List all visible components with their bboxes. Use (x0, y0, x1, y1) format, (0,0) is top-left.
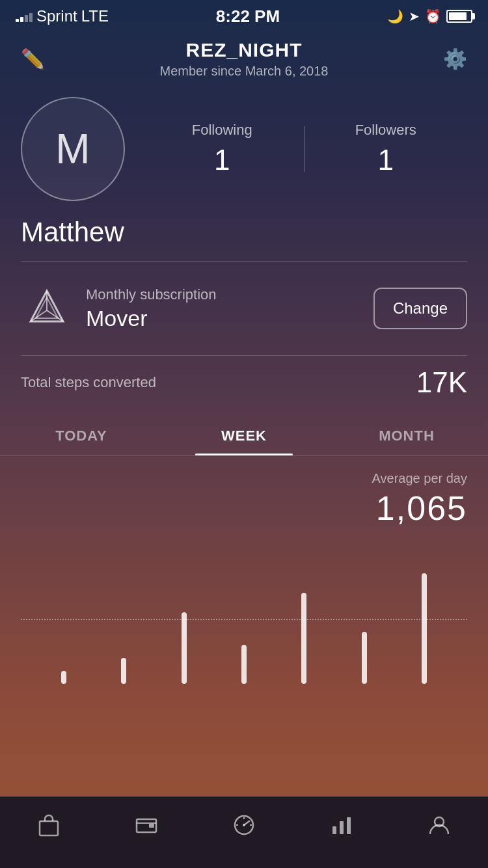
wallet-icon (135, 813, 158, 842)
avatar: M (21, 97, 125, 201)
signal-bar-3 (25, 15, 28, 22)
followers-label: Followers (305, 122, 468, 139)
svg-rect-15 (332, 826, 336, 834)
nav-profile[interactable] (417, 808, 461, 847)
status-bar: Sprint LTE 8:22 PM 🌙 ➤ ⏰ (0, 0, 488, 29)
tab-today[interactable]: TODAY (0, 414, 163, 455)
subscription-icon (21, 282, 73, 334)
profile-header: ✏️ REZ_NIGHT Member since March 6, 2018 … (0, 29, 488, 84)
profile-section: M Following 1 Followers 1 (0, 84, 488, 211)
avg-per-day-value: 1,065 (21, 489, 467, 528)
location-icon: ➤ (409, 8, 420, 24)
status-left: Sprint LTE (16, 7, 109, 25)
status-right: 🌙 ➤ ⏰ (387, 8, 472, 24)
tab-month[interactable]: MONTH (325, 414, 488, 455)
svg-rect-7 (149, 824, 154, 828)
chart-bar-2 (121, 658, 126, 684)
svg-rect-16 (340, 821, 344, 834)
battery-fill (449, 12, 467, 20)
following-stat[interactable]: Following 1 (141, 122, 304, 176)
chart-bar-1 (61, 671, 66, 684)
status-time: 8:22 PM (216, 7, 280, 27)
moon-icon: 🌙 (387, 8, 403, 24)
avatar-letter: M (55, 125, 90, 173)
chart-section: Average per day 1,065 (0, 455, 488, 684)
tab-week[interactable]: WEEK (163, 414, 325, 455)
alarm-icon: ⏰ (425, 8, 441, 24)
chart-bar-5 (301, 593, 306, 684)
steps-section: Total steps converted 17K (0, 356, 488, 414)
subscription-info: Monthly subscription Mover (86, 286, 360, 331)
dashboard-icon (232, 813, 256, 842)
period-tabs: TODAY WEEK MONTH (0, 414, 488, 455)
svg-rect-17 (347, 817, 351, 834)
change-subscription-button[interactable]: Change (373, 288, 467, 329)
settings-icon[interactable]: ⚙️ (443, 47, 467, 70)
battery-indicator (446, 10, 472, 23)
chart-bars (21, 554, 467, 684)
member-since-label: Member since March 6, 2018 (159, 64, 328, 79)
profile-icon (427, 813, 451, 842)
subscription-section: Monthly subscription Mover Change (0, 262, 488, 355)
edit-icon[interactable]: ✏️ (21, 47, 45, 70)
steps-label: Total steps converted (21, 374, 156, 391)
followers-value: 1 (305, 144, 468, 176)
chart-bar-6 (362, 632, 367, 684)
steps-value: 17K (416, 366, 467, 399)
avg-per-day-label: Average per day (21, 471, 467, 486)
mover-logo-svg (24, 286, 70, 331)
subscription-label: Monthly subscription (86, 286, 360, 303)
signal-bars (16, 10, 33, 22)
nav-wallet[interactable] (124, 808, 169, 847)
following-label: Following (141, 122, 304, 139)
chart-bar-7 (422, 573, 427, 684)
signal-bar-2 (20, 17, 23, 22)
user-display-name: Matthew (0, 211, 488, 261)
chart-area (21, 554, 467, 684)
nav-stats[interactable] (319, 808, 364, 847)
carrier-name: Sprint (36, 7, 77, 25)
nav-shop[interactable] (27, 808, 71, 847)
stats-section: Following 1 Followers 1 (141, 122, 467, 176)
stats-icon (330, 813, 353, 842)
signal-bar-1 (16, 19, 19, 22)
svg-point-11 (243, 824, 245, 826)
nav-dashboard[interactable] (222, 808, 266, 847)
network-type: LTE (81, 7, 109, 25)
subscription-tier: Mover (86, 306, 360, 331)
username-label: REZ_NIGHT (159, 39, 328, 61)
header-center: REZ_NIGHT Member since March 6, 2018 (159, 39, 328, 79)
chart-bar-3 (182, 612, 187, 684)
shop-icon (37, 813, 61, 842)
signal-bar-4 (29, 13, 33, 22)
svg-rect-5 (40, 821, 58, 835)
bottom-navigation (0, 796, 488, 868)
chart-bar-4 (241, 645, 247, 684)
following-value: 1 (141, 144, 304, 176)
followers-stat[interactable]: Followers 1 (305, 122, 468, 176)
